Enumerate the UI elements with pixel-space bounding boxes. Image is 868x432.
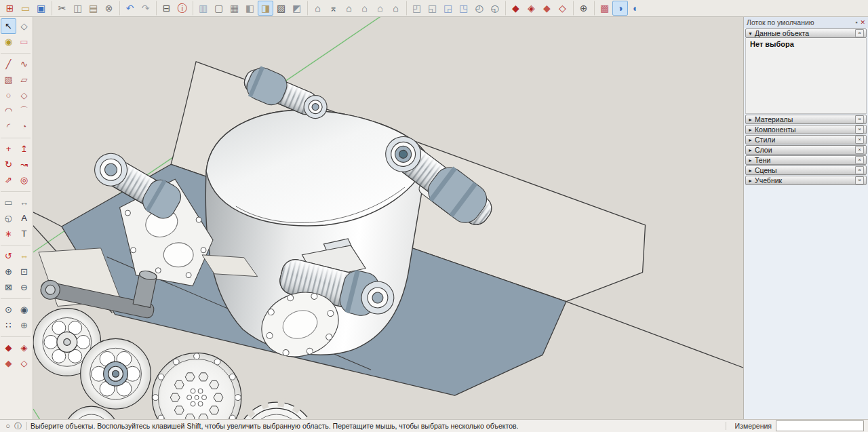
- section-header[interactable]: ► Тени ×: [745, 155, 867, 165]
- style-shaded-textures-button[interactable]: ◨: [258, 1, 273, 16]
- rectangle-tool[interactable]: ▧: [1, 72, 16, 87]
- model-canvas[interactable]: [33, 17, 743, 419]
- display-section-cuts-button[interactable]: ◲: [440, 1, 456, 16]
- extension-warehouse-tool[interactable]: ◇: [16, 355, 32, 371]
- section-close-icon[interactable]: ×: [855, 176, 864, 184]
- polygon-tool[interactable]: ◇: [16, 87, 32, 103]
- section-close-icon[interactable]: ×: [855, 146, 864, 154]
- protractor-tool[interactable]: ◵: [1, 210, 16, 226]
- rotated-rectangle-tool[interactable]: ▱: [16, 72, 32, 87]
- model-info-button[interactable]: ⓘ: [174, 1, 190, 16]
- dimensions-tool[interactable]: ↔: [16, 195, 32, 210]
- circle-tool[interactable]: ○: [1, 87, 16, 103]
- arc-tool[interactable]: ◠: [1, 103, 16, 119]
- new-button[interactable]: ⊞: [2, 1, 18, 16]
- text-tool[interactable]: A: [16, 210, 32, 226]
- section-header[interactable]: ► Компоненты ×: [745, 125, 867, 134]
- section-plane-button[interactable]: ◰: [406, 1, 425, 16]
- style-wireframe-button[interactable]: ▢: [211, 1, 226, 16]
- offset-tool[interactable]: ◎: [16, 172, 32, 188]
- save-button[interactable]: ▣: [33, 1, 49, 16]
- view-back-button[interactable]: ⌂: [372, 1, 388, 16]
- freehand-tool[interactable]: ∿: [16, 56, 32, 72]
- push-pull-tool[interactable]: ↥: [16, 141, 32, 157]
- section-header[interactable]: ► Слои ×: [745, 145, 867, 155]
- display-section-fill-button[interactable]: ◳: [456, 1, 471, 16]
- zoom-previous-tool[interactable]: ⊖: [16, 279, 32, 295]
- measurements-input[interactable]: [776, 420, 864, 431]
- select-tool[interactable]: ↖: [1, 18, 16, 34]
- zoom-window-tool[interactable]: ⊡: [16, 264, 32, 279]
- style-xray-button[interactable]: ▥: [193, 1, 211, 16]
- section-header[interactable]: ► Материалы ×: [745, 115, 867, 124]
- look-around-tool[interactable]: ◉: [16, 302, 32, 317]
- tray-pin-icon[interactable]: ▪: [855, 19, 857, 26]
- follow-me-tool[interactable]: ↝: [16, 157, 32, 172]
- share-component-tool[interactable]: ◆: [1, 355, 16, 371]
- section-header[interactable]: ► Сцены ×: [745, 165, 867, 175]
- camera-target-tool[interactable]: ⊕: [16, 317, 32, 333]
- display-section-planes-button[interactable]: ◱: [425, 1, 440, 16]
- cut-button[interactable]: ✂: [52, 1, 70, 16]
- undo-button[interactable]: ↶: [119, 1, 138, 16]
- get-models-button[interactable]: ◆: [505, 1, 524, 16]
- scale-tool[interactable]: ⇗: [1, 172, 16, 188]
- section-header[interactable]: ► Стили ×: [745, 135, 867, 144]
- paint-bucket-tool[interactable]: ◉: [1, 34, 16, 50]
- print-3d-button[interactable]: ◐: [628, 1, 644, 16]
- style-hidden-line-button[interactable]: ▦: [226, 1, 242, 16]
- send-to-layout-button[interactable]: ▩: [594, 1, 612, 16]
- section-close-icon[interactable]: ×: [855, 125, 864, 134]
- make-component-tool[interactable]: ◇: [16, 18, 32, 34]
- zoom-tool[interactable]: ⊕: [1, 264, 16, 279]
- credits-icon[interactable]: ⓘ: [13, 421, 23, 431]
- pan-tool[interactable]: ⇔: [16, 248, 32, 264]
- section-close-icon[interactable]: ×: [855, 156, 864, 164]
- geolocation-icon[interactable]: ○: [3, 422, 13, 430]
- move-tool[interactable]: +: [1, 141, 16, 157]
- view-left-button[interactable]: ⌂: [388, 1, 403, 16]
- pulley-wheel-2[interactable]: [81, 338, 151, 409]
- view-right-button[interactable]: ⌂: [357, 1, 372, 16]
- scene-previous-button[interactable]: ◴: [471, 1, 487, 16]
- get-models-tool[interactable]: ◆: [1, 340, 16, 355]
- section-close-icon[interactable]: ×: [855, 29, 864, 37]
- share-component-button[interactable]: ◆: [539, 1, 555, 16]
- pie-tool[interactable]: ◔: [16, 119, 32, 134]
- axes-tool[interactable]: ∗: [1, 226, 16, 241]
- three-point-arc-tool[interactable]: ◜: [1, 119, 16, 134]
- tray-close-icon[interactable]: ✕: [860, 19, 865, 26]
- eraser-tool[interactable]: ▭: [16, 34, 32, 50]
- entity-info-header[interactable]: ▼ Данные объекта ×: [745, 28, 867, 38]
- scene-next-button[interactable]: ◵: [487, 1, 502, 16]
- open-button[interactable]: ▭: [18, 1, 33, 16]
- section-close-icon[interactable]: ×: [855, 166, 864, 174]
- preview-model-button[interactable]: ◑: [612, 1, 628, 16]
- share-model-button[interactable]: ◈: [524, 1, 539, 16]
- two-point-arc-tool[interactable]: ⌒: [16, 103, 32, 119]
- paste-button[interactable]: ▤: [85, 1, 101, 16]
- style-back-edges-button[interactable]: ▨: [273, 1, 289, 16]
- style-shaded-button[interactable]: ◧: [242, 1, 258, 16]
- walk-tool[interactable]: ∷: [1, 317, 16, 333]
- rotate-tool[interactable]: ↻: [1, 157, 16, 172]
- erase-button[interactable]: ⊗: [101, 1, 117, 16]
- section-close-icon[interactable]: ×: [855, 136, 864, 144]
- view-front-button[interactable]: ⌂: [341, 1, 357, 16]
- line-tool[interactable]: ╱: [1, 56, 16, 72]
- style-monochrome-button[interactable]: ◩: [289, 1, 304, 16]
- threed-text-tool[interactable]: T: [16, 226, 32, 241]
- section-header[interactable]: ► Учебник ×: [745, 176, 867, 185]
- view-top-button[interactable]: ⌅: [326, 1, 341, 16]
- position-camera-tool[interactable]: ⊙: [1, 302, 16, 317]
- section-close-icon[interactable]: ×: [855, 115, 864, 123]
- extension-warehouse-button[interactable]: ◇: [555, 1, 570, 16]
- view-iso-button[interactable]: ⌂: [307, 1, 326, 16]
- orbit-tool[interactable]: ↺: [1, 248, 16, 264]
- 3d-viewport[interactable]: [33, 17, 743, 419]
- tape-measure-tool[interactable]: ▭: [1, 195, 16, 210]
- copy-button[interactable]: ◫: [70, 1, 85, 16]
- print-button[interactable]: ⊟: [156, 1, 174, 16]
- redo-button[interactable]: ↷: [138, 1, 153, 16]
- zoom-extents-tool[interactable]: ⊠: [1, 279, 16, 295]
